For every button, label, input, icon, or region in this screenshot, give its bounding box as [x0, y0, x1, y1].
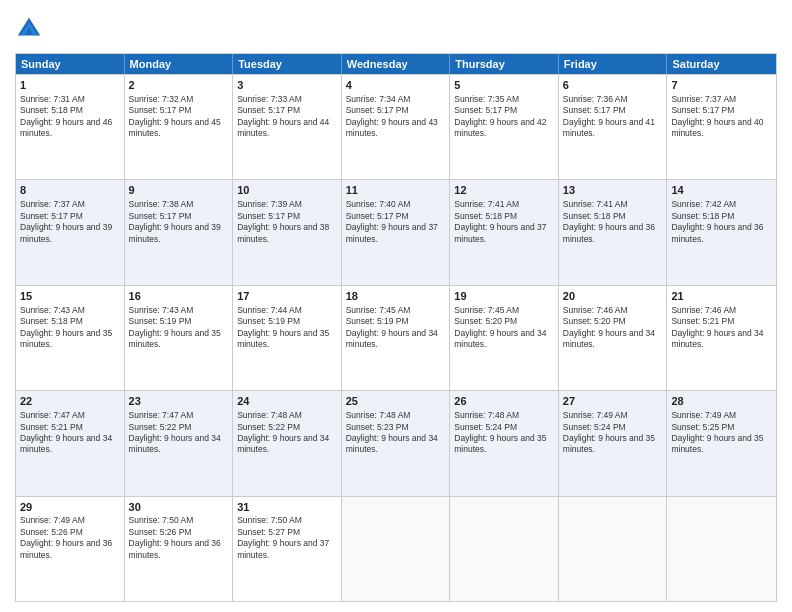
day-number: 5 — [454, 78, 554, 93]
day-info: Sunrise: 7:49 AM Sunset: 5:26 PM Dayligh… — [20, 515, 115, 559]
day-number: 7 — [671, 78, 772, 93]
day-number: 12 — [454, 183, 554, 198]
day-number: 11 — [346, 183, 446, 198]
empty-cell — [450, 497, 559, 601]
logo-icon — [15, 15, 43, 43]
day-cell-24: 24Sunrise: 7:48 AM Sunset: 5:22 PM Dayli… — [233, 391, 342, 495]
day-info: Sunrise: 7:33 AM Sunset: 5:17 PM Dayligh… — [237, 94, 332, 138]
day-number: 22 — [20, 394, 120, 409]
day-cell-29: 29Sunrise: 7:49 AM Sunset: 5:26 PM Dayli… — [16, 497, 125, 601]
day-info: Sunrise: 7:43 AM Sunset: 5:18 PM Dayligh… — [20, 305, 115, 349]
day-cell-17: 17Sunrise: 7:44 AM Sunset: 5:19 PM Dayli… — [233, 286, 342, 390]
day-number: 26 — [454, 394, 554, 409]
calendar-week-3: 15Sunrise: 7:43 AM Sunset: 5:18 PM Dayli… — [16, 285, 776, 390]
day-cell-30: 30Sunrise: 7:50 AM Sunset: 5:26 PM Dayli… — [125, 497, 234, 601]
header-day-thursday: Thursday — [450, 54, 559, 74]
header — [15, 15, 777, 43]
day-cell-22: 22Sunrise: 7:47 AM Sunset: 5:21 PM Dayli… — [16, 391, 125, 495]
day-info: Sunrise: 7:48 AM Sunset: 5:22 PM Dayligh… — [237, 410, 332, 454]
day-cell-1: 1Sunrise: 7:31 AM Sunset: 5:18 PM Daylig… — [16, 75, 125, 179]
day-cell-8: 8Sunrise: 7:37 AM Sunset: 5:17 PM Daylig… — [16, 180, 125, 284]
calendar-week-2: 8Sunrise: 7:37 AM Sunset: 5:17 PM Daylig… — [16, 179, 776, 284]
day-number: 31 — [237, 500, 337, 515]
day-cell-28: 28Sunrise: 7:49 AM Sunset: 5:25 PM Dayli… — [667, 391, 776, 495]
day-info: Sunrise: 7:37 AM Sunset: 5:17 PM Dayligh… — [20, 199, 115, 243]
day-info: Sunrise: 7:48 AM Sunset: 5:24 PM Dayligh… — [454, 410, 549, 454]
day-number: 2 — [129, 78, 229, 93]
header-day-wednesday: Wednesday — [342, 54, 451, 74]
day-cell-25: 25Sunrise: 7:48 AM Sunset: 5:23 PM Dayli… — [342, 391, 451, 495]
empty-cell — [342, 497, 451, 601]
day-cell-2: 2Sunrise: 7:32 AM Sunset: 5:17 PM Daylig… — [125, 75, 234, 179]
page: SundayMondayTuesdayWednesdayThursdayFrid… — [0, 0, 792, 612]
day-number: 23 — [129, 394, 229, 409]
day-number: 21 — [671, 289, 772, 304]
day-number: 29 — [20, 500, 120, 515]
header-day-sunday: Sunday — [16, 54, 125, 74]
day-info: Sunrise: 7:31 AM Sunset: 5:18 PM Dayligh… — [20, 94, 115, 138]
day-number: 20 — [563, 289, 663, 304]
day-info: Sunrise: 7:42 AM Sunset: 5:18 PM Dayligh… — [671, 199, 766, 243]
day-cell-5: 5Sunrise: 7:35 AM Sunset: 5:17 PM Daylig… — [450, 75, 559, 179]
header-day-monday: Monday — [125, 54, 234, 74]
day-info: Sunrise: 7:41 AM Sunset: 5:18 PM Dayligh… — [454, 199, 549, 243]
day-number: 4 — [346, 78, 446, 93]
day-cell-23: 23Sunrise: 7:47 AM Sunset: 5:22 PM Dayli… — [125, 391, 234, 495]
day-info: Sunrise: 7:49 AM Sunset: 5:24 PM Dayligh… — [563, 410, 658, 454]
day-number: 1 — [20, 78, 120, 93]
day-cell-9: 9Sunrise: 7:38 AM Sunset: 5:17 PM Daylig… — [125, 180, 234, 284]
calendar: SundayMondayTuesdayWednesdayThursdayFrid… — [15, 53, 777, 602]
day-number: 6 — [563, 78, 663, 93]
day-cell-7: 7Sunrise: 7:37 AM Sunset: 5:17 PM Daylig… — [667, 75, 776, 179]
day-number: 19 — [454, 289, 554, 304]
day-info: Sunrise: 7:47 AM Sunset: 5:21 PM Dayligh… — [20, 410, 115, 454]
day-info: Sunrise: 7:48 AM Sunset: 5:23 PM Dayligh… — [346, 410, 441, 454]
day-info: Sunrise: 7:34 AM Sunset: 5:17 PM Dayligh… — [346, 94, 441, 138]
day-number: 30 — [129, 500, 229, 515]
day-number: 14 — [671, 183, 772, 198]
day-number: 25 — [346, 394, 446, 409]
logo — [15, 15, 47, 43]
day-cell-16: 16Sunrise: 7:43 AM Sunset: 5:19 PM Dayli… — [125, 286, 234, 390]
day-info: Sunrise: 7:50 AM Sunset: 5:27 PM Dayligh… — [237, 515, 332, 559]
day-info: Sunrise: 7:45 AM Sunset: 5:20 PM Dayligh… — [454, 305, 549, 349]
day-cell-3: 3Sunrise: 7:33 AM Sunset: 5:17 PM Daylig… — [233, 75, 342, 179]
day-info: Sunrise: 7:32 AM Sunset: 5:17 PM Dayligh… — [129, 94, 224, 138]
day-number: 10 — [237, 183, 337, 198]
header-day-tuesday: Tuesday — [233, 54, 342, 74]
day-info: Sunrise: 7:44 AM Sunset: 5:19 PM Dayligh… — [237, 305, 332, 349]
day-cell-12: 12Sunrise: 7:41 AM Sunset: 5:18 PM Dayli… — [450, 180, 559, 284]
day-info: Sunrise: 7:47 AM Sunset: 5:22 PM Dayligh… — [129, 410, 224, 454]
day-cell-13: 13Sunrise: 7:41 AM Sunset: 5:18 PM Dayli… — [559, 180, 668, 284]
calendar-body: 1Sunrise: 7:31 AM Sunset: 5:18 PM Daylig… — [16, 74, 776, 601]
day-cell-27: 27Sunrise: 7:49 AM Sunset: 5:24 PM Dayli… — [559, 391, 668, 495]
calendar-week-5: 29Sunrise: 7:49 AM Sunset: 5:26 PM Dayli… — [16, 496, 776, 601]
day-info: Sunrise: 7:49 AM Sunset: 5:25 PM Dayligh… — [671, 410, 766, 454]
header-day-saturday: Saturday — [667, 54, 776, 74]
day-number: 15 — [20, 289, 120, 304]
day-number: 28 — [671, 394, 772, 409]
day-cell-6: 6Sunrise: 7:36 AM Sunset: 5:17 PM Daylig… — [559, 75, 668, 179]
empty-cell — [559, 497, 668, 601]
day-number: 17 — [237, 289, 337, 304]
empty-cell — [667, 497, 776, 601]
day-cell-18: 18Sunrise: 7:45 AM Sunset: 5:19 PM Dayli… — [342, 286, 451, 390]
day-info: Sunrise: 7:46 AM Sunset: 5:20 PM Dayligh… — [563, 305, 658, 349]
calendar-week-1: 1Sunrise: 7:31 AM Sunset: 5:18 PM Daylig… — [16, 74, 776, 179]
day-cell-31: 31Sunrise: 7:50 AM Sunset: 5:27 PM Dayli… — [233, 497, 342, 601]
day-cell-26: 26Sunrise: 7:48 AM Sunset: 5:24 PM Dayli… — [450, 391, 559, 495]
day-number: 16 — [129, 289, 229, 304]
day-info: Sunrise: 7:38 AM Sunset: 5:17 PM Dayligh… — [129, 199, 224, 243]
day-info: Sunrise: 7:36 AM Sunset: 5:17 PM Dayligh… — [563, 94, 658, 138]
day-cell-11: 11Sunrise: 7:40 AM Sunset: 5:17 PM Dayli… — [342, 180, 451, 284]
header-day-friday: Friday — [559, 54, 668, 74]
day-cell-4: 4Sunrise: 7:34 AM Sunset: 5:17 PM Daylig… — [342, 75, 451, 179]
day-info: Sunrise: 7:46 AM Sunset: 5:21 PM Dayligh… — [671, 305, 766, 349]
day-info: Sunrise: 7:40 AM Sunset: 5:17 PM Dayligh… — [346, 199, 441, 243]
day-number: 24 — [237, 394, 337, 409]
day-info: Sunrise: 7:35 AM Sunset: 5:17 PM Dayligh… — [454, 94, 549, 138]
day-number: 8 — [20, 183, 120, 198]
day-info: Sunrise: 7:37 AM Sunset: 5:17 PM Dayligh… — [671, 94, 766, 138]
day-cell-19: 19Sunrise: 7:45 AM Sunset: 5:20 PM Dayli… — [450, 286, 559, 390]
day-number: 9 — [129, 183, 229, 198]
